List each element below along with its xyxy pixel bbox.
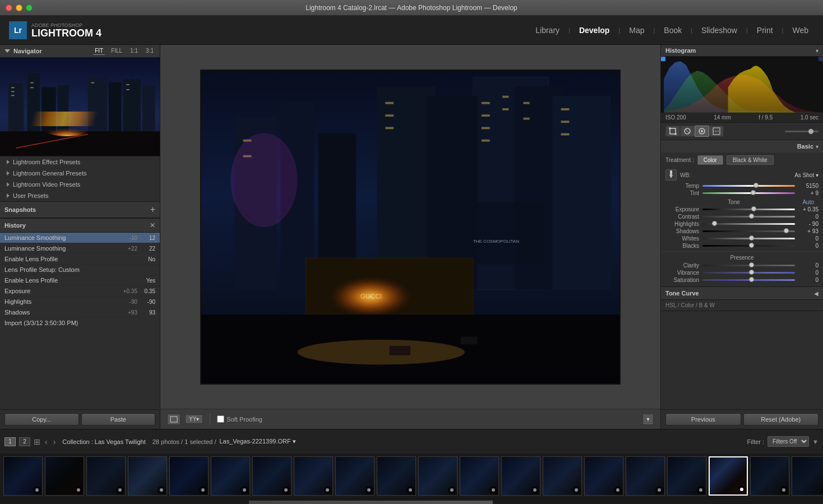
right-panel-content[interactable]: Basic ▾ Treatment : Color Black & White	[661, 140, 823, 409]
wb-value[interactable]: As Shot ▾	[794, 172, 819, 178]
toolbar-options-button[interactable]: ▼	[642, 414, 654, 425]
snapshots-header[interactable]: Snapshots +	[0, 202, 160, 218]
history-item[interactable]: Exposure +0.35 0.35	[0, 286, 160, 297]
snapshots-add-button[interactable]: +	[150, 205, 155, 215]
history-item[interactable]: Luminance Smoothing +22 22	[0, 243, 160, 254]
film-thumb-17[interactable]	[667, 456, 706, 496]
history-item[interactable]: Enable Lens Profile No	[0, 254, 160, 265]
film-thumb-4[interactable]	[128, 456, 167, 496]
film-thumb-6[interactable]	[211, 456, 250, 496]
histogram-header[interactable]: Histogram ▾	[661, 45, 823, 57]
photo-area[interactable]: THE COSMOPOLITAN GUCCI	[160, 45, 660, 409]
blacks-slider[interactable]	[702, 245, 795, 247]
close-button[interactable]	[6, 4, 12, 11]
zoom-1-1[interactable]: 1:1	[128, 47, 140, 55]
wb-eyedropper-button[interactable]	[665, 169, 677, 181]
nav-develop[interactable]: Develop	[574, 24, 615, 37]
reset-button[interactable]: Reset (Adobe)	[743, 413, 819, 426]
filter-select[interactable]: Filters Off	[767, 436, 809, 447]
zoom-fit[interactable]: FIT	[93, 47, 105, 55]
film-thumb-3[interactable]	[86, 456, 126, 496]
temp-slider[interactable]	[702, 185, 795, 187]
red-eye-tool[interactable]	[695, 126, 709, 137]
view-mode-button[interactable]	[167, 414, 181, 425]
nav-web[interactable]: Web	[787, 24, 814, 37]
nav-library[interactable]: Library	[530, 24, 565, 37]
exposure-thumb[interactable]	[751, 206, 756, 211]
zoom-fill[interactable]: FILL	[109, 47, 124, 55]
shadows-thumb[interactable]	[784, 228, 789, 233]
nav-slideshow[interactable]: Slideshow	[696, 24, 743, 37]
filmstrip-prev-button[interactable]: ‹	[44, 437, 49, 446]
nav-map[interactable]: Map	[623, 24, 650, 37]
histogram-expand-icon[interactable]: ▾	[816, 48, 819, 54]
preset-user[interactable]: User Presets	[0, 190, 160, 201]
basic-panel-header[interactable]: Basic ▾	[661, 140, 823, 152]
clarity-slider[interactable]	[702, 265, 795, 266]
whites-slider[interactable]	[702, 238, 795, 239]
copy-button[interactable]: Copy...	[4, 413, 79, 426]
film-thumb-16[interactable]	[626, 456, 665, 496]
history-item[interactable]: Highlights -90 -90	[0, 297, 160, 307]
navigator-header[interactable]: Navigator FIT FILL 1:1 3:1	[0, 45, 160, 58]
contrast-thumb[interactable]	[749, 214, 754, 219]
paste-button[interactable]: Paste	[81, 413, 156, 426]
maximize-button[interactable]	[26, 4, 33, 11]
preset-effect[interactable]: Lightroom Effect Presets	[0, 156, 160, 168]
window-controls[interactable]	[6, 4, 33, 11]
tone-curve-header[interactable]: Tone Curve ◀	[661, 287, 823, 299]
filmstrip-next-button[interactable]: ›	[52, 437, 57, 446]
navigator-preview[interactable]	[0, 58, 160, 156]
film-thumb-5[interactable]	[169, 456, 209, 496]
graduated-filter-tool[interactable]	[709, 126, 724, 137]
history-item[interactable]: Lens Profile Setup: Custom	[0, 265, 160, 275]
yy-dropdown[interactable]: YY▾	[185, 414, 203, 424]
zoom-3-1[interactable]: 3:1	[144, 47, 155, 55]
filmstrip-scrollbar[interactable]	[0, 498, 823, 504]
saturation-slider[interactable]	[702, 279, 795, 281]
vibrance-slider[interactable]	[702, 272, 795, 274]
saturation-thumb[interactable]	[749, 277, 754, 282]
nav-book[interactable]: Book	[658, 24, 687, 37]
film-thumb-19[interactable]	[750, 456, 789, 496]
navigator-toggle[interactable]: Navigator	[4, 48, 93, 54]
film-thumb-20[interactable]	[792, 456, 823, 496]
page-1-button[interactable]: 1	[4, 437, 16, 446]
film-thumb-7[interactable]	[252, 456, 292, 496]
film-thumb-1[interactable]	[3, 456, 43, 496]
blacks-thumb[interactable]	[749, 243, 754, 248]
history-header[interactable]: History ✕	[0, 219, 160, 233]
highlights-thumb[interactable]	[712, 221, 717, 226]
minimize-button[interactable]	[16, 4, 22, 11]
film-thumb-10[interactable]	[377, 456, 416, 496]
filmstrip-filename[interactable]: Las_Vegas-2221399.ORF ▾	[219, 438, 295, 445]
history-item[interactable]: Luminance Smoothing -10 12	[0, 233, 160, 243]
vibrance-thumb[interactable]	[749, 270, 754, 275]
film-thumb-9[interactable]	[335, 456, 374, 496]
film-thumb-2[interactable]	[45, 456, 84, 496]
temp-thumb[interactable]	[753, 183, 759, 188]
crop-tool[interactable]	[665, 126, 680, 137]
history-item[interactable]: Import (3/3/12 3:50:30 PM)	[0, 318, 160, 329]
filter-expand-icon[interactable]: ▼	[812, 438, 819, 445]
tint-thumb[interactable]	[751, 190, 756, 195]
preset-video[interactable]: Lightroom Video Presets	[0, 179, 160, 190]
shadows-slider[interactable]	[702, 230, 795, 232]
tone-auto-button[interactable]: Auto	[802, 199, 819, 205]
film-thumb-8[interactable]	[294, 456, 333, 496]
film-thumb-15[interactable]	[584, 456, 623, 496]
film-thumb-12[interactable]	[460, 456, 499, 496]
tint-slider[interactable]	[702, 192, 795, 194]
treatment-bw-button[interactable]: Black & White	[727, 155, 774, 165]
treatment-color-button[interactable]: Color	[697, 155, 723, 165]
history-item[interactable]: Shadows +93 93	[0, 307, 160, 318]
soft-proofing-checkbox[interactable]	[217, 415, 224, 423]
preset-general[interactable]: Lightroom General Presets	[0, 168, 160, 179]
filmstrip-grid-icon[interactable]: ⊞	[34, 437, 40, 446]
previous-button[interactable]: Previous	[665, 413, 741, 426]
whites-thumb[interactable]	[749, 235, 754, 241]
contrast-slider[interactable]	[702, 216, 795, 218]
spot-removal-tool[interactable]	[680, 126, 695, 137]
nav-print[interactable]: Print	[751, 24, 779, 37]
film-thumb-14[interactable]	[543, 456, 582, 496]
